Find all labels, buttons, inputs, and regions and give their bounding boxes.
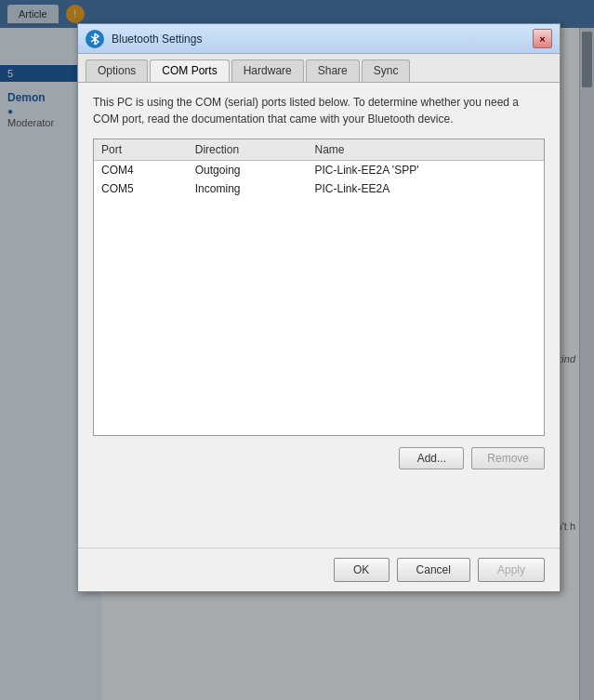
remove-button[interactable]: Remove (471, 447, 545, 469)
close-button[interactable]: × (533, 29, 552, 48)
add-button[interactable]: Add... (399, 447, 464, 469)
ports-action-buttons: Add... Remove (93, 447, 545, 469)
col-direction: Direction (188, 139, 308, 161)
row1-name: PIC-Link-EE2A 'SPP' (307, 161, 544, 180)
table-row[interactable]: COM5 Incoming PIC-Link-EE2A (94, 179, 544, 198)
ok-button[interactable]: OK (334, 558, 389, 582)
apply-button[interactable]: Apply (478, 558, 545, 582)
ports-table: Port Direction Name COM4 Outgoing PIC-Li… (94, 139, 544, 198)
dialog-description: This PC is using the COM (serial) ports … (93, 94, 545, 127)
tab-sync[interactable]: Sync (362, 59, 411, 82)
row2-port: COM5 (94, 179, 188, 198)
ports-table-wrapper: Port Direction Name COM4 Outgoing PIC-Li… (93, 139, 545, 436)
dialog-titlebar: Bluetooth Settings × (78, 24, 560, 54)
row1-port: COM4 (94, 161, 188, 180)
dialog-content-area: This PC is using the COM (serial) ports … (78, 83, 560, 548)
table-row[interactable]: COM4 Outgoing PIC-Link-EE2A 'SPP' (94, 161, 544, 180)
tab-com-ports[interactable]: COM Ports (150, 59, 229, 82)
col-port: Port (94, 139, 188, 161)
dialog-title: Bluetooth Settings (112, 33, 533, 46)
dialog-tabs: Options COM Ports Hardware Share Sync (78, 54, 560, 83)
dialog-footer: OK Cancel Apply (78, 548, 560, 591)
row2-direction: Incoming (188, 179, 308, 198)
bluetooth-settings-dialog: Bluetooth Settings × Options COM Ports H… (77, 23, 561, 592)
cancel-button[interactable]: Cancel (397, 558, 470, 582)
tab-hardware[interactable]: Hardware (231, 59, 304, 82)
tab-options[interactable]: Options (86, 59, 148, 82)
row1-direction: Outgoing (188, 161, 308, 180)
col-name: Name (307, 139, 544, 161)
table-header-row: Port Direction Name (94, 139, 544, 161)
tab-share[interactable]: Share (306, 59, 360, 82)
bluetooth-icon (86, 30, 104, 48)
row2-name: PIC-Link-EE2A (307, 179, 544, 198)
